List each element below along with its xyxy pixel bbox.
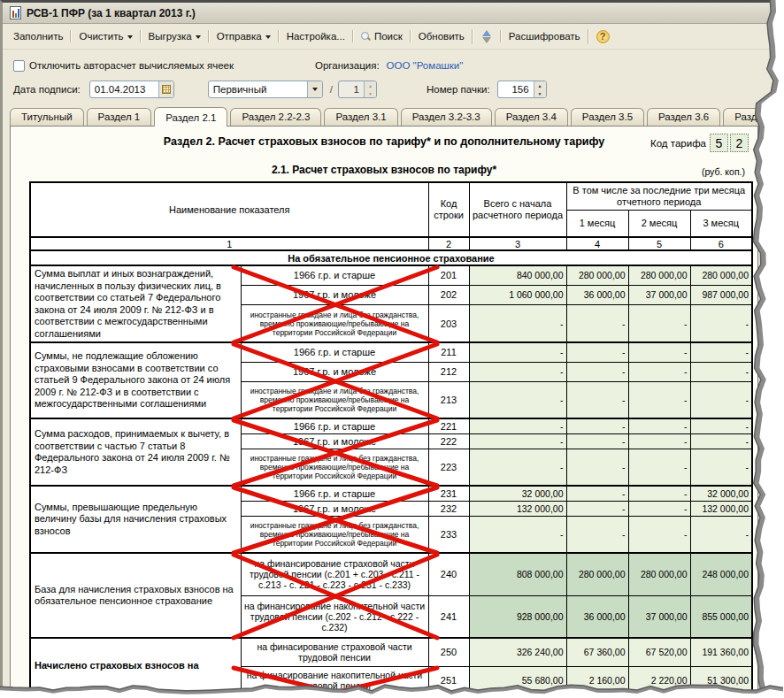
value-cell-250-col3[interactable]: 326 240,00	[469, 638, 566, 666]
value-cell-212-col6[interactable]: -	[690, 362, 752, 381]
value-cell-222-col4[interactable]: -	[566, 433, 628, 449]
value-cell-240-col3[interactable]: 808 000,00	[469, 553, 566, 595]
decrypt-button[interactable]: Расшифровать	[502, 27, 588, 45]
value-cell-240-col5[interactable]: 280 000,00	[628, 553, 690, 595]
value-cell-251-col5[interactable]: 2 220,00	[628, 666, 690, 694]
value-cell-203-col6[interactable]: -	[690, 305, 752, 343]
value-cell-241-col5[interactable]: 37 000,00	[628, 595, 690, 638]
calendar-button[interactable]	[158, 81, 173, 97]
value-cell-251-col3[interactable]: 55 680,00	[469, 666, 566, 694]
value-cell-241-col3[interactable]: 928 000,00	[469, 595, 566, 638]
value-cell-223-col3[interactable]: -	[469, 449, 566, 486]
value-cell-201-col4[interactable]: 280 000,00	[566, 265, 628, 285]
value-cell-203-col5[interactable]: -	[628, 305, 690, 343]
value-cell-202-col3[interactable]: 1 060 000,00	[469, 285, 566, 304]
tab-раздел-1[interactable]: Раздел 1	[87, 108, 152, 126]
value-cell-211-col6[interactable]: -	[690, 342, 752, 362]
fill-button[interactable]: Заполнить	[6, 27, 70, 45]
value-cell-222-col6[interactable]: -	[690, 433, 752, 449]
value-cell-211-col5[interactable]: -	[628, 342, 690, 362]
sign-date-field[interactable]: 01.04.2013	[89, 81, 174, 98]
dropdown-button[interactable]	[307, 81, 322, 97]
value-cell-232-col4[interactable]: -	[566, 501, 628, 516]
value-cell-222-col3[interactable]: -	[469, 433, 566, 449]
value-cell-202-col6[interactable]: 987 000,00	[690, 285, 752, 304]
value-cell-233-col4[interactable]: -	[566, 516, 628, 553]
table-row-240: База для начисления страховых взносов на…	[30, 553, 752, 595]
value-cell-221-col6[interactable]: -	[690, 418, 752, 433]
clear-button[interactable]: Очистить	[72, 27, 139, 45]
value-cell-232-col5[interactable]: -	[628, 501, 690, 516]
settings-button[interactable]: Настройка...	[280, 27, 352, 45]
value-cell-223-col4[interactable]: -	[566, 449, 628, 486]
value-cell-212-col5[interactable]: -	[628, 362, 690, 381]
search-button[interactable]: Поиск	[354, 27, 410, 45]
tab-раздел-3-2-3-3[interactable]: Раздел 3.2-3.3	[401, 108, 492, 126]
refresh-button[interactable]: Обновить	[411, 27, 472, 45]
tab-титульный[interactable]: Титульный	[10, 108, 84, 126]
value-cell-231-col4[interactable]: -	[566, 486, 628, 501]
value-cell-221-col4[interactable]: -	[566, 418, 628, 433]
toolbar-button-label: Поиск	[374, 31, 403, 42]
value-cell-250-col4[interactable]: 67 360,00	[566, 638, 628, 666]
value-cell-213-col6[interactable]: -	[690, 381, 752, 418]
value-cell-233-col6[interactable]: -	[690, 516, 752, 553]
export-button[interactable]: Выгрузка	[142, 27, 208, 45]
value-cell-212-col3[interactable]: -	[469, 362, 566, 381]
value-cell-231-col5[interactable]: -	[628, 486, 690, 501]
value-cell-213-col3[interactable]: -	[469, 381, 566, 418]
value-cell-201-col5[interactable]: 280 000,00	[628, 265, 690, 285]
tab-раздел-2-2-2-3[interactable]: Раздел 2.2-2.3	[230, 108, 321, 126]
value-cell-231-col3[interactable]: 32 000,00	[469, 486, 566, 501]
org-value[interactable]: ООО "Ромашки"	[387, 60, 464, 71]
value-cell-223-col6[interactable]: -	[690, 449, 752, 486]
value-cell-213-col4[interactable]: -	[566, 381, 628, 418]
help-button[interactable]: ?	[589, 27, 617, 47]
value-cell-251-col6[interactable]: 51 300,00	[690, 666, 752, 694]
tab-раздел-3-6[interactable]: Раздел 3.6	[647, 108, 720, 126]
tab-раздел-3-1[interactable]: Раздел 3.1	[324, 108, 397, 126]
code-cell-232: 232	[428, 501, 469, 516]
subtitle-row: 2.1. Расчет страховых взносов по тарифу*…	[11, 164, 757, 180]
tariff-digit-2[interactable]: 2	[730, 134, 749, 152]
sort-button[interactable]	[473, 27, 500, 47]
value-cell-221-col3[interactable]: -	[469, 418, 566, 433]
tab-раздел-3-7[interactable]: Раздел 3.7	[723, 108, 784, 126]
value-cell-203-col4[interactable]: -	[566, 305, 628, 343]
section-title-row: Раздел 2. Расчет страховых взносов по та…	[11, 135, 757, 158]
value-cell-232-col6[interactable]: 132 000,00	[690, 501, 752, 516]
value-cell-240-col4[interactable]: 280 000,00	[566, 553, 628, 595]
value-cell-233-col3[interactable]: -	[469, 516, 566, 553]
value-cell-212-col4[interactable]: -	[566, 362, 628, 381]
value-cell-221-col5[interactable]: -	[628, 418, 690, 433]
value-cell-240-col6[interactable]: 248 000,00	[690, 553, 752, 595]
value-cell-251-col4[interactable]: 2 160,00	[566, 666, 628, 694]
autocalc-checkbox[interactable]	[13, 60, 25, 72]
report-kind-select[interactable]: Первичный	[208, 81, 323, 98]
value-cell-213-col5[interactable]: -	[628, 381, 690, 418]
value-cell-202-col4[interactable]: 36 000,00	[566, 285, 628, 304]
value-cell-231-col6[interactable]: 32 000,00	[690, 486, 752, 501]
value-cell-250-col6[interactable]: 191 360,00	[690, 638, 752, 666]
value-cell-222-col5[interactable]: -	[628, 433, 690, 449]
value-cell-241-col6[interactable]: 855 000,00	[690, 595, 752, 638]
tab-раздел-3-4[interactable]: Раздел 3.4	[495, 108, 568, 126]
tariff-digit-1[interactable]: 5	[710, 134, 728, 152]
spinner-arrows-icon[interactable]: ▲▼	[534, 81, 546, 97]
pack-number-stepper[interactable]: 156 ▲▼	[497, 81, 547, 98]
value-cell-250-col5[interactable]: 67 520,00	[628, 638, 690, 666]
send-button[interactable]: Отправка	[210, 27, 278, 45]
value-cell-201-col6[interactable]: 280 000,00	[690, 265, 752, 285]
value-cell-232-col3[interactable]: 132 000,00	[469, 501, 566, 516]
tab-раздел-2-1[interactable]: Раздел 2.1	[154, 107, 227, 127]
value-cell-241-col4[interactable]: 36 000,00	[566, 595, 628, 638]
value-cell-211-col3[interactable]: -	[469, 342, 566, 362]
value-cell-223-col5[interactable]: -	[628, 449, 690, 486]
value-cell-202-col5[interactable]: 37 000,00	[628, 285, 690, 304]
tab-раздел-3-5[interactable]: Раздел 3.5	[571, 108, 644, 126]
value-cell-203-col3[interactable]: -	[469, 305, 566, 343]
value-cell-201-col3[interactable]: 840 000,00	[469, 265, 566, 285]
value-cell-233-col5[interactable]: -	[628, 516, 690, 553]
table-row-221: Сумма расходов, принимаемых к вычету, в …	[30, 418, 752, 433]
value-cell-211-col4[interactable]: -	[566, 342, 628, 362]
